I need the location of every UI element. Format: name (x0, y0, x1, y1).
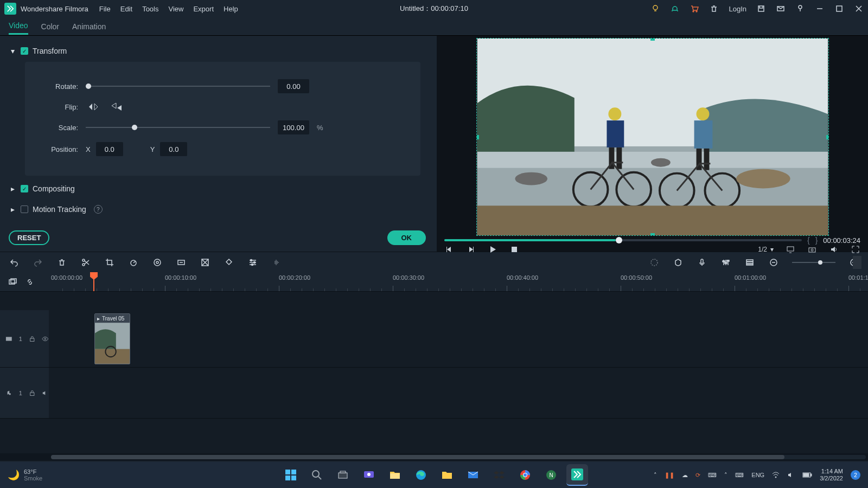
help-icon[interactable]: ? (94, 205, 103, 214)
reset-button[interactable]: RESET (9, 230, 49, 245)
transform-header[interactable]: ▾ ✓ Transform (11, 43, 420, 59)
split-icon[interactable] (80, 257, 91, 268)
preview-canvas[interactable] (476, 38, 829, 236)
match-media-icon[interactable] (8, 277, 17, 287)
battery-icon[interactable] (802, 472, 812, 478)
tray-chevron-icon[interactable]: ˄ (654, 472, 657, 479)
minimize-icon[interactable] (815, 4, 825, 14)
fullscreen-icon[interactable] (851, 245, 860, 254)
keyboard-icon[interactable]: ⌨ (708, 472, 717, 479)
tab-video[interactable]: Video (9, 18, 28, 35)
close-icon[interactable] (854, 4, 864, 14)
notification-icon[interactable] (795, 4, 805, 14)
guide-icon[interactable] (673, 257, 684, 268)
speed-icon[interactable] (128, 257, 139, 268)
tab-color[interactable]: Color (41, 19, 59, 34)
playhead[interactable] (93, 272, 94, 291)
motion-tracking-checkbox[interactable] (21, 206, 28, 213)
menu-edit[interactable]: Edit (120, 5, 132, 13)
menu-view[interactable]: View (168, 5, 183, 13)
compositing-header[interactable]: ▸ ✓ Compositing (11, 181, 420, 196)
file-explorer-icon[interactable] (384, 464, 406, 486)
tray-chevron-up-icon[interactable]: ˄ (724, 472, 727, 479)
resize-handle[interactable] (650, 38, 655, 41)
support-icon[interactable] (670, 4, 680, 14)
link-icon[interactable] (25, 277, 35, 287)
mark-out-icon[interactable]: } (815, 236, 818, 245)
speaker-icon[interactable] (42, 389, 49, 397)
wifi-icon[interactable] (772, 471, 780, 479)
rotate-slider[interactable] (86, 86, 270, 87)
crop-icon[interactable] (104, 257, 115, 268)
tips-icon[interactable] (650, 4, 660, 14)
track-manager-icon[interactable] (744, 257, 755, 268)
task-view-button[interactable] (332, 464, 354, 486)
language-indicator[interactable]: ENG (751, 472, 764, 478)
mark-in-icon[interactable]: { (807, 236, 810, 245)
ok-button[interactable]: OK (387, 230, 426, 245)
stop-icon[interactable] (509, 245, 519, 254)
notification-badge[interactable]: 2 (851, 470, 860, 480)
voiceover-icon[interactable] (697, 257, 707, 268)
dropbox-icon[interactable] (488, 464, 510, 486)
motion-tracking-header[interactable]: ▸ Motion Tracking ? (11, 202, 420, 217)
display-mode-icon[interactable] (786, 245, 795, 254)
timeline-scrollbar[interactable] (0, 453, 868, 461)
chrome-icon[interactable] (514, 464, 536, 486)
trash-icon[interactable] (709, 4, 719, 14)
preview-quality-select[interactable]: 1/2▾ (758, 246, 774, 253)
snapshot-icon[interactable] (807, 245, 817, 254)
mute-icon[interactable] (829, 245, 839, 254)
video-clip[interactable]: ▸Travel 05 (94, 313, 130, 364)
play-icon[interactable] (488, 245, 497, 254)
menu-file[interactable]: File (99, 5, 111, 13)
scale-slider[interactable] (86, 127, 270, 128)
zoom-out-icon[interactable] (768, 257, 779, 268)
prev-frame-icon[interactable] (444, 245, 454, 254)
tab-animation[interactable]: Animation (72, 19, 106, 34)
next-frame-icon[interactable] (466, 245, 476, 254)
clock[interactable]: 1:14 AM 3/2/2022 (820, 468, 843, 482)
tray-app-icon[interactable]: ❚❚ (665, 472, 674, 479)
render-icon[interactable] (649, 257, 660, 268)
weather-widget[interactable]: 🌙 63°F Smoke (8, 468, 42, 481)
delete-icon[interactable] (56, 257, 67, 268)
lock-icon[interactable] (29, 389, 36, 397)
track-options-icon[interactable] (853, 256, 861, 269)
color-icon[interactable] (152, 257, 163, 268)
volume-icon[interactable] (787, 471, 795, 479)
marker-icon[interactable] (224, 257, 234, 268)
menu-tools[interactable]: Tools (142, 5, 158, 13)
mail-icon[interactable] (776, 4, 786, 14)
flip-horizontal-icon[interactable] (86, 101, 101, 113)
adjust-icon[interactable] (247, 257, 258, 268)
mail-app-icon[interactable] (462, 464, 484, 486)
redo-icon[interactable] (33, 257, 43, 268)
green-screen-icon[interactable] (176, 257, 187, 268)
onedrive-iconzt[interactable]: ☁ (682, 472, 688, 479)
start-button[interactable] (280, 464, 302, 486)
menu-export[interactable]: Export (193, 5, 214, 13)
transform-checkbox[interactable]: ✓ (21, 47, 28, 55)
audio-mixer-icon[interactable] (720, 257, 731, 268)
position-y-value[interactable]: 0.0 (160, 142, 187, 156)
scale-value[interactable]: 100.00 (278, 120, 309, 134)
compositing-checkbox[interactable]: ✓ (21, 185, 28, 192)
search-button[interactable] (306, 464, 328, 486)
rotate-value[interactable]: 0.00 (278, 79, 309, 93)
timeline-ruler[interactable]: 00:00:00:0000:00:10:0000:00:20:0000:00:3… (0, 272, 868, 292)
login-button[interactable]: LogIn (729, 5, 746, 13)
app-icon[interactable]: N (540, 464, 562, 486)
filmora-taskbar-icon[interactable] (566, 464, 588, 486)
lock-icon[interactable] (29, 335, 36, 343)
sync-icon[interactable]: ⟳ (695, 472, 700, 479)
zoom-slider[interactable] (792, 262, 835, 263)
flip-vertical-icon[interactable] (108, 101, 124, 113)
undo-icon[interactable] (9, 257, 20, 268)
resize-handle[interactable] (476, 135, 479, 139)
resize-handle[interactable] (650, 233, 655, 236)
save-icon[interactable] (756, 4, 766, 14)
maximize-icon[interactable] (834, 4, 844, 14)
keyframe-icon[interactable] (200, 257, 210, 268)
folder-icon[interactable] (436, 464, 458, 486)
